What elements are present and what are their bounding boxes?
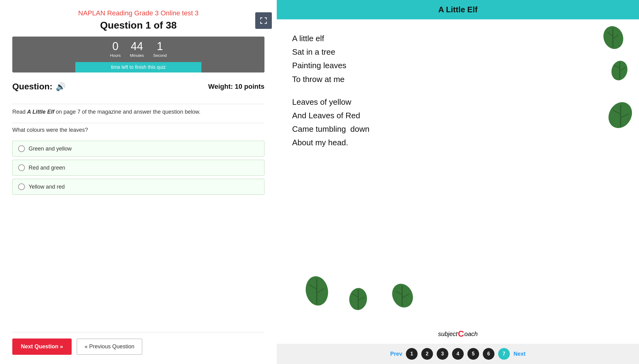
page-4-dot[interactable]: 4 (452, 348, 464, 360)
timer-minutes: 44 Minutes (130, 41, 144, 58)
radio-1[interactable] (18, 145, 25, 152)
timer-container: 0 Hours 44 Minutes 1 Second time left to… (12, 37, 264, 72)
page-6-dot[interactable]: 6 (483, 348, 494, 360)
poem-stanza-2: Leaves of yellow And Leaves of Red Came … (292, 95, 624, 150)
page-7-dot[interactable]: 7 (498, 348, 510, 360)
timer-hours: 0 Hours (110, 41, 121, 58)
next-question-button[interactable]: Next Question » (12, 339, 72, 355)
subject-coach-logo: subject C oach (438, 329, 478, 339)
question-number: Question 1 of 38 (12, 20, 264, 31)
poem-stanza-1: A little elf Sat in a tree Painting leav… (292, 32, 624, 86)
option-3-text: Yellow and red (29, 184, 65, 190)
option-2-text: Red and green (29, 165, 65, 171)
page-navigation: Prev 1 2 3 4 5 6 7 Next (277, 344, 639, 364)
next-page-label[interactable]: Next (514, 351, 526, 357)
page-3-dot[interactable]: 3 (437, 348, 448, 360)
option-1[interactable]: Green and yellow (12, 141, 264, 157)
prev-question-button[interactable]: « Previous Question (77, 339, 142, 355)
audio-icon[interactable]: 🔊 (56, 82, 65, 92)
question-label: Question: 🔊 (12, 82, 65, 92)
option-2[interactable]: Red and green (12, 160, 264, 176)
question-instruction: Read A Little Elf on page 7 of the magaz… (12, 108, 264, 116)
prev-page-label[interactable]: Prev (390, 351, 402, 357)
passage-header: A Little Elf (277, 0, 639, 19)
radio-3[interactable] (18, 183, 25, 190)
option-3[interactable]: Yellow and red (12, 179, 264, 195)
sub-question: What colours were the leaves? (12, 127, 264, 133)
timer-seconds: 1 Second (153, 41, 167, 58)
page-5-dot[interactable]: 5 (467, 348, 479, 360)
page-2-dot[interactable]: 2 (421, 348, 433, 360)
quiz-title: NAPLAN Reading Grade 3 Online test 3 (12, 9, 264, 17)
fullscreen-button[interactable] (255, 12, 272, 29)
weight-label: Weight: 10 points (208, 83, 264, 91)
timer-text: time left to finish this quiz (75, 62, 201, 72)
page-1-dot[interactable]: 1 (406, 348, 418, 360)
options-list: Green and yellow Red and green Yellow an… (12, 141, 264, 195)
option-1-text: Green and yellow (29, 146, 72, 152)
radio-2[interactable] (18, 164, 25, 171)
